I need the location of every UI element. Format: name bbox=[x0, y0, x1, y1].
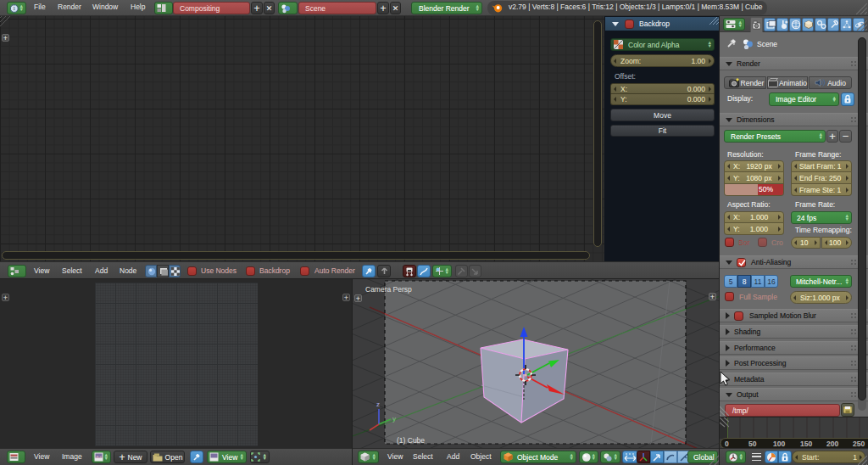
svg-text:250: 250 bbox=[853, 440, 865, 448]
svg-text:100: 100 bbox=[773, 440, 785, 448]
svg-text:z: z bbox=[376, 401, 380, 408]
svg-text:i: i bbox=[14, 5, 15, 12]
svg-text:150: 150 bbox=[800, 440, 812, 448]
svg-text:200: 200 bbox=[826, 440, 838, 448]
svg-text:Camera Persp: Camera Persp bbox=[365, 285, 412, 294]
svg-text:y: y bbox=[392, 415, 396, 423]
svg-text:0: 0 bbox=[725, 440, 729, 448]
svg-text:50: 50 bbox=[748, 440, 757, 448]
svg-text:(1) Cube: (1) Cube bbox=[397, 436, 425, 445]
